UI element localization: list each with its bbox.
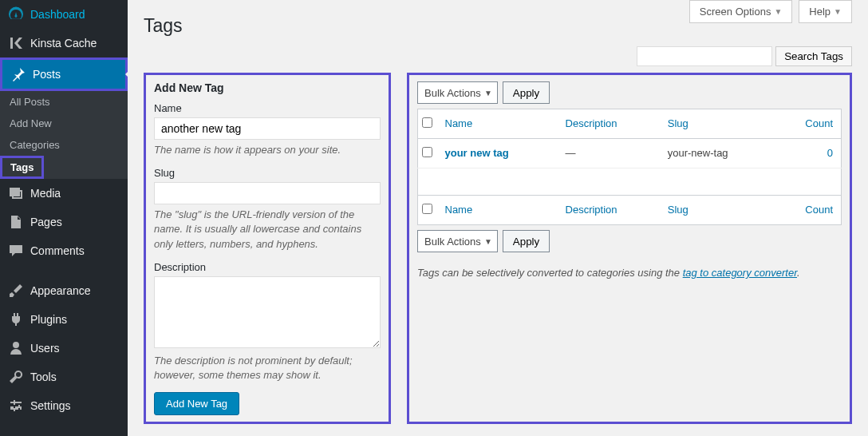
caret-down-icon: ▼ bbox=[834, 7, 842, 16]
help-label: Help bbox=[809, 6, 831, 18]
search-tags-button[interactable]: Search Tags bbox=[775, 46, 852, 66]
row-checkbox[interactable] bbox=[422, 147, 432, 157]
page-icon bbox=[8, 214, 24, 230]
sidebar-label: Tools bbox=[30, 371, 57, 383]
sidebar-item-appearance[interactable]: Appearance bbox=[0, 276, 128, 305]
convert-note: Tags can be selectively converted to cat… bbox=[417, 267, 842, 279]
sidebar-item-kinsta-cache[interactable]: Kinsta Cache bbox=[0, 29, 128, 57]
slug-label: Slug bbox=[154, 167, 381, 179]
col-slug-foot[interactable]: Slug bbox=[668, 204, 688, 216]
name-help: The name is how it appears on your site. bbox=[154, 143, 381, 157]
sidebar-item-dashboard[interactable]: Dashboard bbox=[0, 0, 128, 29]
posts-highlight: Posts bbox=[0, 57, 128, 91]
note-text-after: . bbox=[797, 267, 800, 279]
sidebar-item-plugins[interactable]: Plugins bbox=[0, 305, 128, 334]
sidebar-label: Users bbox=[30, 342, 60, 355]
add-new-tag-button[interactable]: Add New Tag bbox=[154, 392, 239, 415]
bulk-actions-bottom: Bulk Actions▼ Apply bbox=[417, 230, 842, 252]
caret-down-icon: ▼ bbox=[484, 89, 492, 97]
sidebar-item-settings[interactable]: Settings bbox=[0, 391, 128, 420]
tag-slug-input[interactable] bbox=[154, 182, 381, 204]
submenu-all-posts[interactable]: All Posts bbox=[0, 91, 128, 113]
tags-list-panel: Bulk Actions▼ Apply Name Description Slu… bbox=[407, 73, 852, 424]
gauge-icon bbox=[8, 6, 24, 22]
bulk-actions-select-bottom[interactable]: Bulk Actions▼ bbox=[417, 230, 498, 252]
help-button[interactable]: Help▼ bbox=[799, 0, 852, 23]
col-count-foot[interactable]: Count bbox=[805, 204, 833, 216]
caret-down-icon: ▼ bbox=[484, 237, 492, 246]
kinsta-icon bbox=[8, 35, 24, 51]
sidebar-label: Posts bbox=[33, 68, 61, 81]
col-description[interactable]: Description bbox=[566, 117, 617, 129]
tag-slug-cell: your-new-tag bbox=[660, 139, 775, 168]
form-heading: Add New Tag bbox=[154, 81, 381, 94]
bulk-actions-top: Bulk Actions▼ Apply bbox=[417, 81, 842, 104]
apply-button-top[interactable]: Apply bbox=[503, 81, 550, 104]
table-row: your new tag — your-new-tag 0 bbox=[418, 139, 842, 168]
apply-button-bottom[interactable]: Apply bbox=[503, 230, 550, 252]
bulk-actions-label: Bulk Actions bbox=[424, 236, 481, 248]
tags-highlight: Tags bbox=[0, 156, 44, 179]
sidebar-label: Media bbox=[30, 187, 61, 200]
admin-sidebar: Dashboard Kinsta Cache Posts All Posts A… bbox=[0, 0, 128, 436]
user-icon bbox=[8, 340, 24, 356]
brush-icon bbox=[8, 283, 24, 299]
plug-icon bbox=[8, 311, 24, 327]
col-name[interactable]: Name bbox=[445, 117, 473, 129]
bulk-actions-label: Bulk Actions bbox=[424, 87, 481, 99]
submenu-categories[interactable]: Categories bbox=[0, 134, 128, 156]
col-description-foot[interactable]: Description bbox=[566, 204, 617, 216]
wrench-icon bbox=[8, 369, 24, 385]
screen-options-label: Screen Options bbox=[700, 6, 771, 18]
top-buttons: Screen Options▼ Help▼ bbox=[689, 0, 852, 23]
submenu-add-new[interactable]: Add New bbox=[0, 113, 128, 134]
main-content: Screen Options▼ Help▼ Tags Search Tags A… bbox=[128, 0, 868, 436]
sliders-icon bbox=[8, 398, 24, 414]
screen-options-button[interactable]: Screen Options▼ bbox=[689, 0, 793, 23]
add-tag-form: Add New Tag Name The name is how it appe… bbox=[144, 73, 391, 424]
pin-icon bbox=[10, 66, 26, 82]
media-icon bbox=[8, 185, 24, 201]
select-all-checkbox-bottom[interactable] bbox=[422, 204, 432, 214]
sidebar-label: Pages bbox=[30, 216, 62, 228]
description-help: The description is not prominent by defa… bbox=[154, 354, 381, 382]
bulk-actions-select[interactable]: Bulk Actions▼ bbox=[417, 81, 498, 104]
posts-submenu: All Posts Add New Categories Tags bbox=[0, 91, 128, 179]
tags-table: Name Description Slug Count your new tag… bbox=[417, 109, 842, 225]
col-name-foot[interactable]: Name bbox=[445, 204, 473, 216]
tag-description-textarea[interactable] bbox=[154, 276, 381, 348]
sidebar-item-users[interactable]: Users bbox=[0, 334, 128, 363]
note-text-before: Tags can be selectively converted to cat… bbox=[417, 267, 683, 279]
search-tags-input[interactable] bbox=[637, 46, 772, 66]
sidebar-item-pages[interactable]: Pages bbox=[0, 208, 128, 236]
sidebar-item-comments[interactable]: Comments bbox=[0, 236, 128, 265]
sidebar-label: Appearance bbox=[30, 284, 91, 297]
col-slug[interactable]: Slug bbox=[668, 117, 688, 129]
comment-icon bbox=[8, 243, 24, 259]
sidebar-item-tools[interactable]: Tools bbox=[0, 363, 128, 391]
description-label: Description bbox=[154, 261, 381, 273]
tag-name-link[interactable]: your new tag bbox=[445, 147, 509, 159]
caret-down-icon: ▼ bbox=[774, 7, 782, 16]
search-row: Search Tags bbox=[144, 46, 852, 66]
sidebar-label: Plugins bbox=[30, 313, 67, 326]
name-label: Name bbox=[154, 102, 381, 114]
sidebar-item-media[interactable]: Media bbox=[0, 179, 128, 208]
submenu-tags[interactable]: Tags bbox=[2, 158, 41, 176]
col-count[interactable]: Count bbox=[805, 117, 833, 129]
sidebar-label: Dashboard bbox=[30, 8, 85, 21]
tag-to-category-link[interactable]: tag to category converter bbox=[683, 267, 797, 279]
sidebar-label: Kinsta Cache bbox=[30, 37, 97, 50]
select-all-checkbox[interactable] bbox=[422, 117, 432, 128]
tag-count-link[interactable]: 0 bbox=[827, 147, 833, 159]
sidebar-item-posts[interactable]: Posts bbox=[2, 60, 125, 89]
slug-help: The "slug" is the URL-friendly version o… bbox=[154, 208, 381, 252]
sidebar-label: Comments bbox=[30, 244, 85, 257]
sidebar-label: Settings bbox=[30, 399, 71, 412]
tag-name-input[interactable] bbox=[154, 117, 381, 140]
tag-description-cell: — bbox=[558, 139, 660, 168]
